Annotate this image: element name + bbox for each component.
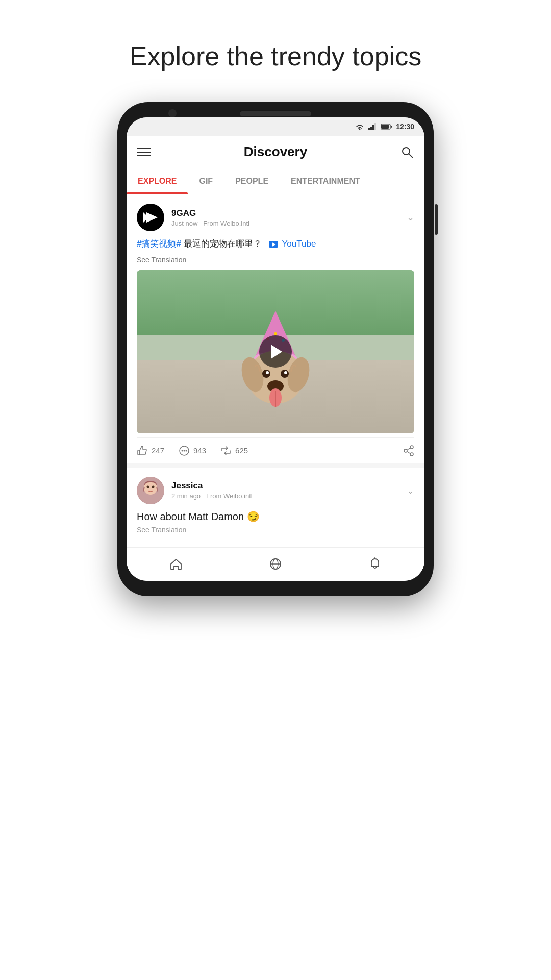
post-card-2: Jessica 2 min ago From Weibo.intl ⌄ How … [127,468,424,543]
play-triangle-icon [271,345,282,359]
tab-gif[interactable]: GIF [188,168,224,194]
bottom-nav [127,547,424,581]
svg-point-41 [152,485,155,488]
status-time: 12:30 [396,122,414,131]
post-actions-1: 247 943 [137,437,414,463]
repost-count-1: 625 [235,446,248,455]
home-icon [169,557,183,571]
svg-line-36 [407,448,410,450]
nav-notifications[interactable] [325,548,424,581]
repost-icon [220,445,232,456]
nav-discover[interactable] [226,548,325,581]
svg-point-23 [266,371,269,374]
post-username-2: Jessica [171,481,407,491]
svg-rect-28 [138,450,140,455]
comment-icon [179,445,190,456]
svg-rect-3 [372,125,374,130]
app-header: Discovery [127,136,424,168]
discover-icon [268,557,283,571]
post-dropdown-1[interactable]: ⌄ [407,212,414,223]
svg-point-24 [284,371,287,374]
svg-rect-2 [370,127,372,130]
youtube-icon [269,241,278,248]
svg-rect-6 [381,125,389,129]
svg-point-40 [147,485,149,488]
video-play-button[interactable] [259,335,292,368]
see-translation-1[interactable]: See Translation [137,256,414,264]
battery-icon [381,124,392,130]
post-content-2: How about Matt Damon 😏 [137,510,414,523]
phone-camera [168,109,177,117]
post-time-2: 2 min ago From Weibo.intl [171,492,407,500]
tab-entertainment[interactable]: ENTERTAINMENT [280,168,371,194]
bell-icon [368,557,382,571]
tab-people[interactable]: PEOPLE [224,168,280,194]
svg-point-0 [359,129,361,131]
post-dropdown-2[interactable]: ⌄ [407,485,414,496]
svg-line-9 [409,154,413,158]
phone-screen: 12:30 Discovery EXPLORE GIF PEOPLE ENTER… [127,117,424,581]
post-card-1: 9GAG Just now From Weibo.intl ⌄ #搞笑视频# 最… [127,194,424,463]
repost-button-1[interactable]: 625 [220,445,248,456]
post-hashtag[interactable]: #搞笑视频# [137,239,181,249]
page-title: Explore the trendy topics [130,41,421,71]
comment-button-1[interactable]: 943 [179,445,206,456]
phone-side-button [435,204,438,235]
svg-rect-7 [391,126,392,128]
search-button[interactable] [400,145,414,159]
svg-rect-4 [374,123,376,130]
see-translation-2[interactable]: See Translation [137,526,414,534]
nav-home[interactable] [127,548,226,581]
svg-line-37 [407,451,410,453]
post-header-1: 9GAG Just now From Weibo.intl ⌄ [137,204,414,231]
menu-line-1 [137,148,151,149]
post-meta-1: 9GAG Just now From Weibo.intl [171,208,407,227]
svg-rect-1 [368,128,370,130]
post-content-1: #搞笑视频# 最逗的宠物在哪里？ YouTube [137,237,414,251]
like-count-1: 247 [152,446,164,455]
menu-line-3 [137,155,151,156]
share-icon [403,445,414,456]
menu-line-2 [137,152,151,153]
avatar-9gag [137,204,164,231]
svg-point-30 [182,450,183,451]
post-video-1[interactable] [137,270,414,433]
share-button-1[interactable] [403,445,414,456]
svg-point-35 [410,453,413,456]
svg-point-34 [404,449,407,452]
post-header-2: Jessica 2 min ago From Weibo.intl ⌄ [137,477,414,504]
menu-button[interactable] [137,148,151,156]
tab-explore[interactable]: EXPLORE [127,168,188,194]
post-username-1: 9GAG [171,208,407,218]
app-title: Discovery [151,144,400,160]
like-button-1[interactable]: 247 [137,445,164,456]
tab-bar: EXPLORE GIF PEOPLE ENTERTAINMENT [127,168,424,194]
phone-frame: 12:30 Discovery EXPLORE GIF PEOPLE ENTER… [117,102,434,596]
thumbs-up-icon [137,445,148,456]
post-meta-2: Jessica 2 min ago From Weibo.intl [171,481,407,500]
comment-count-1: 943 [193,446,206,455]
post-chinese-text: 最逗的宠物在哪里？ [184,239,262,249]
wifi-icon [355,123,364,130]
feed: 9GAG Just now From Weibo.intl ⌄ #搞笑视频# 最… [127,194,424,543]
avatar-jessica [137,477,164,504]
svg-point-31 [184,450,185,451]
svg-point-33 [410,446,413,449]
post-time-1: Just now From Weibo.intl [171,219,407,227]
svg-point-32 [186,450,187,451]
post-youtube-link[interactable]: YouTube [269,239,316,249]
signal-icon [368,123,377,130]
status-bar: 12:30 [127,117,424,136]
